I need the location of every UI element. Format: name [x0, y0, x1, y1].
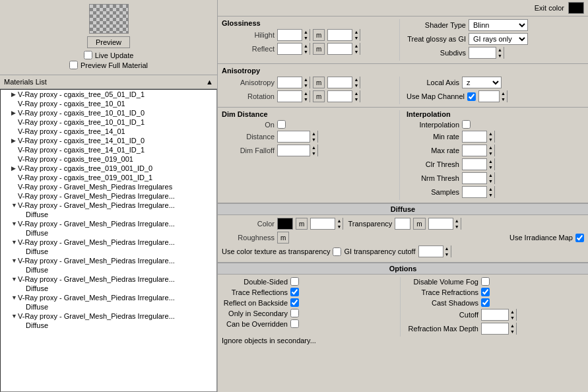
use-map-channel-checkbox[interactable]	[467, 92, 476, 101]
rotation-down1[interactable]: ▼	[302, 96, 310, 102]
refraction-max-depth-spinbox[interactable]: 5 ▲▼	[481, 323, 517, 335]
on-checkbox[interactable]	[277, 120, 286, 129]
nrm-thresh-spinbox[interactable]: 0,4 ▲▼	[462, 172, 495, 184]
nrm-thresh-val[interactable]: 0,4	[463, 174, 486, 182]
list-item[interactable]: Diffuse	[1, 210, 216, 219]
preview-full-checkbox[interactable]	[69, 61, 78, 69]
use-map-channel-val[interactable]: 1	[479, 92, 499, 100]
roughness-m-btn[interactable]: m	[277, 232, 289, 244]
hilight-up1[interactable]: ▲	[302, 29, 310, 35]
live-update-checkbox[interactable]	[84, 51, 92, 59]
list-item[interactable]: Diffuse	[1, 302, 216, 311]
list-item[interactable]: V-Ray proxy - Gravel_Mesh_Piedras Irregu…	[1, 182, 216, 191]
list-item[interactable]: ▼V-Ray proxy - Gravel_Mesh_Piedras Irreg…	[1, 311, 216, 321]
list-item[interactable]: Diffuse	[1, 228, 216, 238]
clr-thresh-down[interactable]: ▼	[486, 164, 494, 170]
clr-thresh-val[interactable]: 0,25	[463, 160, 486, 168]
transparency-swatch[interactable]	[395, 218, 410, 230]
dim-falloff-val[interactable]: 0,0	[278, 147, 310, 154]
list-item[interactable]: V-Ray proxy - cgaxis_tree_019_001	[1, 154, 216, 164]
anisotropy-up1[interactable]: ▲	[302, 77, 310, 82]
clr-thresh-up[interactable]: ▲	[486, 158, 494, 164]
color-down[interactable]: ▼	[335, 224, 343, 230]
treat-glossy-dropdown[interactable]: GI rays only	[469, 33, 528, 45]
color-swatch[interactable]	[277, 218, 293, 230]
reflect-spinbox2[interactable]: 1,0 ▲▼	[327, 43, 360, 55]
dim-falloff-down[interactable]: ▼	[310, 150, 317, 156]
clr-thresh-spinbox[interactable]: 0,25 ▲▼	[462, 158, 495, 170]
list-item[interactable]: ▶V-Ray proxy - cgaxis_tree_05_01_ID_1	[1, 90, 216, 99]
hilight-spinbox1[interactable]: 1,0 ▲▼	[277, 29, 310, 41]
transparency-m-btn[interactable]: m	[413, 218, 425, 230]
use-irradiance-checkbox[interactable]	[575, 234, 584, 242]
double-sided-checkbox[interactable]	[290, 277, 299, 286]
trace-reflections-checkbox[interactable]	[290, 288, 299, 296]
list-item[interactable]: ▼V-Ray proxy - Gravel_Mesh_Piedras Irreg…	[1, 238, 216, 247]
hilight-m-btn[interactable]: m	[313, 29, 325, 41]
max-rate-up[interactable]: ▲	[486, 145, 494, 150]
list-item[interactable]: ▶V-Ray proxy - cgaxis_tree_14_01_ID_0	[1, 136, 216, 145]
subdivs-up[interactable]: ▲	[496, 47, 504, 53]
reflect-spinbox1[interactable]: 1,0 ▲▼	[277, 43, 310, 55]
anisotropy-m-btn[interactable]: m	[313, 77, 325, 88]
cutoff-val[interactable]: 0,01	[482, 311, 508, 319]
anisotropy-down2[interactable]: ▼	[352, 82, 360, 88]
rotation-spinbox1[interactable]: 0,0 ▲▼	[277, 90, 310, 102]
hilight-val1[interactable]: 1,0	[278, 31, 302, 39]
list-item[interactable]: ▼V-Ray proxy - Gravel_Mesh_Piedras Irreg…	[1, 201, 216, 210]
reflect-up1[interactable]: ▲	[302, 43, 310, 49]
anisotropy-spinbox2[interactable]: 1,0 ▲▼	[327, 77, 360, 88]
anisotropy-spinbox1[interactable]: 0,0 ▲▼	[277, 77, 310, 88]
samples-val[interactable]: 20	[463, 188, 486, 196]
list-item[interactable]: V-Ray proxy - cgaxis_tree_14_01_ID_1	[1, 145, 216, 154]
cutoff-down[interactable]: ▼	[508, 315, 516, 321]
transparency-spinbox[interactable]: 1,0 ▲▼	[428, 218, 461, 230]
rotation-val2[interactable]: 1,0	[328, 92, 352, 100]
rotation-down2[interactable]: ▼	[352, 96, 360, 102]
reflect-down2[interactable]: ▼	[352, 49, 360, 55]
list-item[interactable]: Diffuse	[1, 284, 216, 293]
gi-transparency-up[interactable]: ▲	[443, 245, 451, 251]
min-rate-up[interactable]: ▲	[486, 131, 494, 137]
nrm-thresh-down[interactable]: ▼	[486, 178, 494, 184]
max-rate-val[interactable]: -1	[463, 147, 486, 154]
max-rate-down[interactable]: ▼	[486, 150, 494, 156]
transparency-val[interactable]: 1,0	[429, 220, 453, 228]
disable-volume-fog-checkbox[interactable]	[481, 277, 490, 286]
list-item[interactable]: ▼V-Ray proxy - Gravel_Mesh_Piedras Irreg…	[1, 275, 216, 284]
samples-down[interactable]: ▼	[486, 192, 494, 198]
shader-type-dropdown[interactable]: Blinn	[469, 19, 528, 31]
gi-transparency-down[interactable]: ▼	[443, 251, 451, 257]
hilight-down1[interactable]: ▼	[302, 35, 310, 41]
dim-falloff-up[interactable]: ▲	[310, 145, 317, 150]
anisotropy-up2[interactable]: ▲	[352, 77, 360, 82]
color-m-btn[interactable]: m	[296, 218, 308, 230]
map-channel-up[interactable]: ▲	[499, 90, 507, 96]
reflect-down1[interactable]: ▼	[302, 49, 310, 55]
exit-color-swatch[interactable]	[568, 2, 584, 14]
anisotropy-down1[interactable]: ▼	[302, 82, 310, 88]
reflect-val1[interactable]: 1,0	[278, 45, 302, 53]
anisotropy-val[interactable]: 0,0	[278, 79, 302, 86]
refraction-max-depth-val[interactable]: 5	[482, 325, 508, 333]
preview-button[interactable]: Preview	[87, 36, 130, 48]
dim-falloff-spinbox[interactable]: 0,0 ▲▼	[277, 145, 318, 156]
map-channel-down[interactable]: ▼	[499, 96, 507, 102]
color-spinbox[interactable]: 1,0 ▲▼	[310, 218, 343, 230]
max-rate-spinbox[interactable]: -1 ▲▼	[462, 145, 495, 156]
reflect-up2[interactable]: ▲	[352, 43, 360, 49]
cast-shadows-checkbox[interactable]	[481, 298, 490, 307]
list-item[interactable]: ▶V-Ray proxy - cgaxis_tree_019_001_ID_0	[1, 164, 216, 173]
min-rate-spinbox[interactable]: -1 ▲▼	[462, 131, 495, 143]
use-map-channel-spinbox[interactable]: 1 ▲▼	[478, 90, 507, 102]
gi-transparency-val[interactable]: 0,5	[419, 247, 443, 255]
rotation-m-btn[interactable]: m	[313, 90, 325, 102]
interpolation-checkbox[interactable]	[462, 120, 471, 129]
rotation-spinbox2[interactable]: 1,0 ▲▼	[327, 90, 360, 102]
refraction-max-depth-up[interactable]: ▲	[508, 323, 516, 329]
refraction-max-depth-down[interactable]: ▼	[508, 329, 516, 335]
list-item[interactable]: V-Ray proxy - cgaxis_tree_10_01_ID_1	[1, 117, 216, 127]
subdivs-val[interactable]: 8	[469, 49, 496, 57]
only-secondary-checkbox[interactable]	[290, 309, 299, 317]
local-axis-dropdown[interactable]: z	[462, 77, 502, 88]
